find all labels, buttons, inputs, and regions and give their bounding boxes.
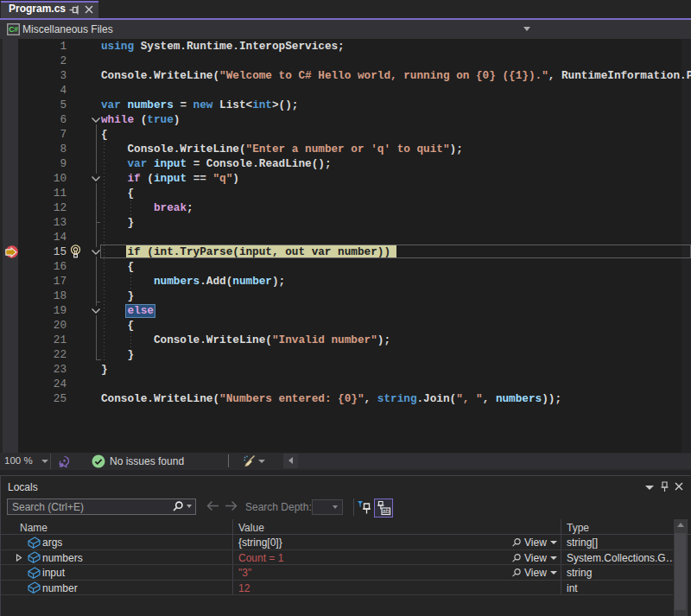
svg-text:ab: ab [383, 508, 390, 514]
svg-text:C#: C# [9, 25, 18, 34]
